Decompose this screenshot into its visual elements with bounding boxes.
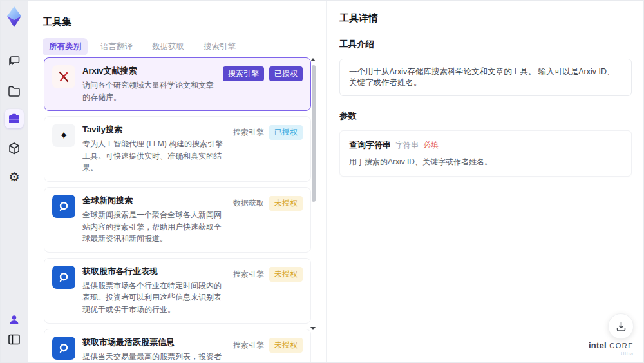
tab-translation[interactable]: 语言翻译 [94,38,139,55]
cube-icon[interactable] [8,142,21,155]
tool-card-arxiv[interactable]: Arxiv文献搜索 访问各个研究领域大量科学论文和文章的存储库。 搜索引擎 已授… [44,57,311,111]
folder-icon[interactable] [8,85,21,97]
user-avatar-icon[interactable] [8,314,20,326]
intel-core-logo: intel core Ultra [589,340,634,356]
auth-badge: 未授权 [269,196,303,211]
left-sidebar: ⚙ [1,1,28,363]
news-app-icon [52,266,75,289]
auth-badge: 未授权 [269,267,303,282]
tab-search-engine[interactable]: 搜索引擎 [197,38,242,55]
arxiv-logo-icon [52,65,75,88]
scrollbar-down-arrow[interactable] [310,327,316,330]
tool-card-global-news[interactable]: 全球新闻搜索 全球新闻搜索是一个聚合全球各大新闻网站内容的搜索引擎，帮助用户快速… [44,187,311,253]
app-logo-icon[interactable] [3,5,26,28]
settings-gear-icon[interactable]: ⚙ [8,171,19,183]
auth-badge: 已授权 [269,66,303,81]
category-label: 数据获取 [233,196,264,209]
category-label: 搜索引擎 [233,267,264,280]
param-name: 查询字符串 [349,139,391,151]
tool-name: 获取股市各行业表现 [82,266,226,277]
category-tabs: 所有类别 语言翻译 数据获取 搜索引擎 [43,38,242,55]
tool-detail-panel: 工具详情 工具介绍 一个用于从Arxiv存储库搜索科学论文和文章的工具。 输入可… [326,1,644,363]
tool-description: 专为人工智能代理 (LLM) 构建的搜索引擎工具。可快速提供实时、准确和真实的结… [82,138,226,174]
panel-toggle-icon[interactable] [8,334,21,345]
intro-box: 一个用于从Arxiv存储库搜索科学论文和文章的工具。 输入可以是Arxiv ID… [339,59,632,96]
param-type: 字符串 [395,140,419,151]
scrollbar-thumb[interactable] [312,65,316,202]
auth-badge: 已授权 [269,125,303,140]
tool-list: Arxiv文献搜索 访问各个研究领域大量科学论文和文章的存储库。 搜索引擎 已授… [44,57,311,363]
tool-card-sector-performance[interactable]: 获取股市各行业表现 提供股票市场各个行业在特定时间段内的表现。投资者可以利用这些… [44,258,311,324]
param-card: 查询字符串 字符串 必填 用于搜索的Arxiv ID、关键字或作者姓名。 [339,130,632,177]
param-required-badge: 必填 [423,140,439,151]
download-button[interactable] [608,313,634,339]
auth-badge: 未授权 [269,338,303,353]
tool-name: 获取市场最活跃股票信息 [82,337,226,348]
category-label: 搜索引擎 [233,338,264,351]
tool-description: 访问各个研究领域大量科学论文和文章的存储库。 [82,79,216,103]
params-heading: 参数 [339,110,632,122]
tool-name: 全球新闻搜索 [82,195,226,206]
tool-card-active-stocks[interactable]: 获取市场最活跃股票信息 提供当天交易量最高的股票列表，投资者可以利用这些信息来识… [44,329,311,363]
tool-name: Tavily搜索 [82,124,226,135]
tool-name: Arxiv文献搜索 [82,65,216,77]
tool-description: 全球新闻搜索是一个聚合全球各大新闻网站内容的搜索引擎，帮助用户快速获取全球最新资… [82,209,226,245]
sidebar-item-tools-active[interactable] [5,109,24,128]
tool-description: 提供股票市场各个行业在特定时间段内的表现。投资者可以利用这些信息来识别表现优于或… [82,280,226,316]
news-app-icon [52,337,75,360]
tool-list-panel: 工具集 所有类别 语言翻译 数据获取 搜索引擎 Arxiv文献搜索 访问各个研究… [28,1,326,363]
tool-card-tavily[interactable]: ✦ Tavily搜索 专为人工智能代理 (LLM) 构建的搜索引擎工具。可快速提… [44,116,311,182]
category-label: 搜索引擎 [233,125,264,138]
tab-data-fetch[interactable]: 数据获取 [146,38,191,55]
briefcase-icon [8,113,20,124]
app-window: ⚙ 工具集 所有类别 语言翻译 数据获取 搜索引擎 [0,0,644,363]
scrollbar-up-arrow[interactable] [310,58,316,61]
page-title: 工具集 [43,16,71,28]
tool-description: 提供当天交易量最高的股票列表，投资者可以利用这些信息来识别流动性强的股票和潜在的… [82,351,226,363]
param-description: 用于搜索的Arxiv ID、关键字或作者姓名。 [349,157,622,168]
download-icon [616,321,627,332]
detail-title: 工具详情 [339,12,632,25]
tavily-star-icon: ✦ [52,124,75,147]
chat-icon[interactable] [8,55,21,68]
tab-all-categories[interactable]: 所有类别 [43,38,88,55]
news-app-icon [52,195,75,218]
category-badge: 搜索引擎 [223,66,264,81]
intro-heading: 工具介绍 [339,39,632,50]
